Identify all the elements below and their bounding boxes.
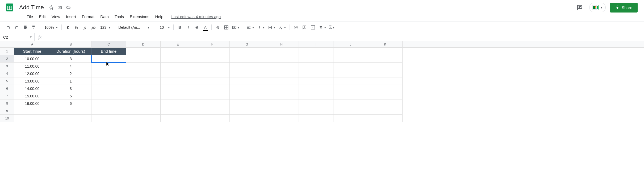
row-header-8[interactable]: 8	[0, 100, 14, 107]
cell-C3[interactable]	[91, 63, 126, 70]
more-formats-button[interactable]: 123▼	[98, 23, 112, 31]
functions-button[interactable]: Σ▼	[328, 23, 336, 31]
font-family-select[interactable]: Default (Ari...▼	[116, 23, 151, 31]
cell-K7[interactable]	[368, 92, 403, 100]
cell-G2[interactable]	[230, 55, 264, 63]
cell-E8[interactable]	[161, 100, 195, 107]
cell-D4[interactable]	[126, 70, 161, 77]
cell-E9[interactable]	[161, 107, 195, 115]
cell-G7[interactable]	[230, 92, 264, 100]
cell-J3[interactable]	[333, 63, 368, 70]
cell-G6[interactable]	[230, 85, 264, 92]
cell-B10[interactable]	[50, 115, 91, 122]
row-header-9[interactable]: 9	[0, 107, 14, 115]
column-header-A[interactable]: A	[14, 41, 50, 47]
column-header-H[interactable]: H	[264, 41, 299, 47]
cell-G4[interactable]	[230, 70, 264, 77]
cell-E5[interactable]	[161, 77, 195, 85]
select-all-corner[interactable]	[0, 41, 14, 47]
cell-I10[interactable]	[299, 115, 333, 122]
cell-D2[interactable]	[126, 55, 161, 63]
borders-button[interactable]	[222, 23, 230, 31]
column-header-G[interactable]: G	[230, 41, 264, 47]
cell-D9[interactable]	[126, 107, 161, 115]
cell-J9[interactable]	[333, 107, 368, 115]
row-header-3[interactable]: 3	[0, 63, 14, 70]
cell-F8[interactable]	[195, 100, 230, 107]
cell-G10[interactable]	[230, 115, 264, 122]
menu-file[interactable]: File	[24, 13, 36, 20]
cell-C4[interactable]	[91, 70, 126, 77]
move-icon[interactable]	[57, 5, 62, 10]
cell-A10[interactable]	[14, 115, 50, 122]
cell-B3[interactable]: 4	[50, 63, 91, 70]
cell-I9[interactable]	[299, 107, 333, 115]
cell-D1[interactable]	[126, 48, 161, 55]
star-icon[interactable]	[49, 5, 54, 10]
strikethrough-button[interactable]: S	[193, 23, 201, 31]
text-color-button[interactable]: A	[201, 23, 209, 31]
cloud-status-icon[interactable]	[66, 5, 71, 10]
cell-F7[interactable]	[195, 92, 230, 100]
fill-color-button[interactable]	[214, 23, 222, 31]
cell-J5[interactable]	[333, 77, 368, 85]
cell-C5[interactable]	[91, 77, 126, 85]
decrease-decimal-button[interactable]: .0←	[81, 23, 89, 31]
menu-extensions[interactable]: Extensions	[127, 13, 152, 20]
cell-B2[interactable]: 3	[50, 55, 91, 63]
cell-H3[interactable]	[264, 63, 299, 70]
menu-insert[interactable]: Insert	[63, 13, 79, 20]
cell-I5[interactable]	[299, 77, 333, 85]
menu-view[interactable]: View	[49, 13, 63, 20]
sheets-logo[interactable]	[4, 2, 15, 13]
cell-E10[interactable]	[161, 115, 195, 122]
zoom-select[interactable]: 100%▼	[42, 23, 59, 31]
cell-G1[interactable]	[230, 48, 264, 55]
cell-H7[interactable]	[264, 92, 299, 100]
cell-F9[interactable]	[195, 107, 230, 115]
format-currency-button[interactable]: €	[64, 23, 72, 31]
cell-D10[interactable]	[126, 115, 161, 122]
cell-D7[interactable]	[126, 92, 161, 100]
cell-C10[interactable]	[91, 115, 126, 122]
cell-E2[interactable]	[161, 55, 195, 63]
cell-D8[interactable]	[126, 100, 161, 107]
cell-I2[interactable]	[299, 55, 333, 63]
cell-H8[interactable]	[264, 100, 299, 107]
cell-F10[interactable]	[195, 115, 230, 122]
cell-J10[interactable]	[333, 115, 368, 122]
paint-format-button[interactable]	[30, 23, 38, 31]
cell-K4[interactable]	[368, 70, 403, 77]
cell-J7[interactable]	[333, 92, 368, 100]
cell-F5[interactable]	[195, 77, 230, 85]
cell-E3[interactable]	[161, 63, 195, 70]
selection-handle[interactable]	[125, 61, 126, 63]
row-header-1[interactable]: 1	[0, 48, 14, 55]
cell-F3[interactable]	[195, 63, 230, 70]
cell-H4[interactable]	[264, 70, 299, 77]
cell-B7[interactable]: 5	[50, 92, 91, 100]
row-header-5[interactable]: 5	[0, 77, 14, 85]
cell-H10[interactable]	[264, 115, 299, 122]
cell-D6[interactable]	[126, 85, 161, 92]
formula-input[interactable]	[45, 33, 644, 41]
cell-H5[interactable]	[264, 77, 299, 85]
cell-B6[interactable]: 3	[50, 85, 91, 92]
document-title[interactable]: Add Time	[18, 3, 45, 11]
increase-decimal-button[interactable]: .00→	[89, 23, 98, 31]
cell-K9[interactable]	[368, 107, 403, 115]
cell-J6[interactable]	[333, 85, 368, 92]
cell-B9[interactable]	[50, 107, 91, 115]
cell-K5[interactable]	[368, 77, 403, 85]
cell-H2[interactable]	[264, 55, 299, 63]
cell-I8[interactable]	[299, 100, 333, 107]
cell-K2[interactable]	[368, 55, 403, 63]
horizontal-align-button[interactable]: ▼	[245, 23, 256, 31]
cell-F6[interactable]	[195, 85, 230, 92]
cell-E7[interactable]	[161, 92, 195, 100]
cell-A6[interactable]: 14.00.00	[14, 85, 50, 92]
text-rotation-button[interactable]: ▼	[277, 23, 287, 31]
bold-button[interactable]: B	[176, 23, 184, 31]
cell-K8[interactable]	[368, 100, 403, 107]
cell-C7[interactable]	[91, 92, 126, 100]
